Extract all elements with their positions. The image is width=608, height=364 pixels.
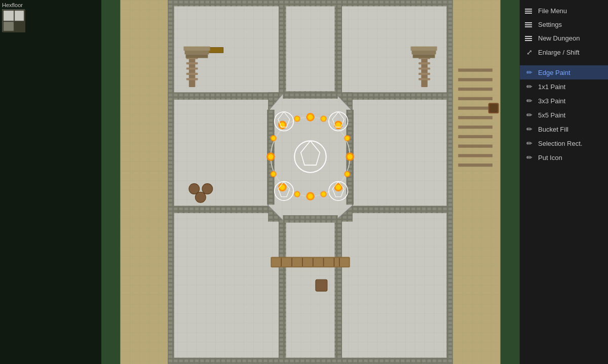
svg-rect-66: [458, 135, 492, 138]
new-dungeon-menu-item[interactable]: New Dungeon: [520, 31, 608, 45]
bucket-fill-menu-item[interactable]: Bucket Fill: [520, 122, 608, 136]
svg-rect-57: [412, 51, 436, 54]
svg-rect-63: [458, 106, 492, 109]
svg-point-100: [271, 172, 275, 176]
svg-rect-1: [4, 11, 14, 21]
svg-rect-67: [458, 145, 492, 148]
svg-rect-128: [236, 305, 262, 312]
svg-point-80: [308, 193, 313, 198]
svg-rect-114: [489, 104, 498, 112]
svg-rect-3: [15, 11, 24, 21]
left-panel: Hexfloor: [0, 0, 101, 364]
enlarge-shift-menu-item[interactable]: ⤢ Enlarge / Shift: [520, 45, 608, 59]
svg-rect-38: [283, 215, 337, 223]
file-menu-label: File Menu: [538, 7, 567, 15]
5x5-paint-menu-item[interactable]: 5x5 Paint: [520, 108, 608, 122]
svg-point-98: [295, 192, 299, 196]
svg-rect-19: [168, 357, 453, 364]
svg-rect-65: [458, 126, 492, 129]
svg-rect-54: [184, 51, 209, 54]
svg-point-96: [321, 192, 325, 196]
5x5-paint-label: 5x5 Paint: [538, 111, 565, 119]
1x1-paint-label: 1x1 Paint: [538, 83, 565, 91]
svg-point-102: [271, 136, 275, 140]
svg-point-88: [321, 116, 325, 120]
svg-rect-26: [279, 0, 286, 92]
svg-rect-58: [413, 54, 435, 58]
svg-rect-42: [186, 67, 198, 69]
svg-rect-127: [316, 279, 327, 291]
svg-point-92: [345, 136, 349, 140]
svg-point-84: [268, 154, 273, 159]
edge-paint-pencil-icon: [525, 68, 534, 76]
svg-rect-27: [279, 206, 286, 364]
file-menu-item[interactable]: File Menu: [520, 4, 608, 18]
3x3-paint-pencil-icon: [525, 97, 534, 105]
svg-point-72: [308, 114, 313, 119]
settings-hamburger-icon: [525, 22, 534, 27]
svg-rect-25: [337, 206, 453, 213]
right-panel: File Menu Settings New Dungeon ⤢ Enlarge…: [519, 0, 608, 364]
svg-rect-55: [186, 54, 208, 58]
svg-rect-49: [419, 73, 430, 75]
svg-point-117: [195, 192, 206, 203]
put-icon-label: Put Icon: [538, 154, 562, 161]
svg-rect-44: [186, 78, 198, 80]
svg-rect-59: [458, 68, 492, 71]
svg-point-78: [336, 185, 341, 190]
bucket-fill-pencil-icon: [525, 125, 534, 133]
svg-rect-64: [458, 116, 492, 119]
3x3-paint-label: 3x3 Paint: [538, 97, 565, 105]
enlarge-shift-label: Enlarge / Shift: [538, 49, 580, 56]
svg-rect-20: [168, 0, 174, 364]
svg-rect-50: [419, 78, 430, 80]
svg-rect-119: [272, 258, 349, 267]
svg-rect-60: [458, 78, 492, 81]
1x1-paint-pencil-icon: [525, 83, 534, 91]
svg-rect-18: [168, 0, 453, 7]
hamburger-icon: [525, 9, 534, 14]
settings-menu-item[interactable]: Settings: [520, 18, 608, 31]
svg-rect-53: [183, 47, 210, 51]
svg-rect-43: [186, 73, 198, 75]
bucket-fill-label: Bucket Fill: [538, 126, 568, 133]
svg-rect-24: [168, 206, 284, 213]
put-icon-menu-item[interactable]: Put Icon: [520, 150, 608, 165]
selection-rect-label: Selection Rect.: [538, 140, 582, 147]
svg-rect-28: [334, 0, 342, 92]
svg-rect-29: [334, 206, 342, 364]
svg-rect-47: [419, 62, 430, 64]
settings-label: Settings: [538, 21, 562, 28]
svg-point-94: [345, 172, 349, 176]
svg-rect-56: [410, 47, 437, 51]
selection-rect-menu-item[interactable]: Selection Rect.: [520, 136, 608, 150]
svg-point-76: [347, 154, 352, 159]
resize-icon: ⤢: [525, 48, 534, 56]
svg-rect-61: [458, 88, 492, 91]
app-title: Hexfloor: [2, 2, 23, 8]
new-dungeon-hamburger-icon: [525, 36, 534, 41]
hexfloor-thumbnail[interactable]: [2, 9, 25, 32]
svg-point-90: [295, 116, 299, 120]
svg-rect-48: [419, 67, 430, 69]
map-canvas[interactable]: [101, 0, 519, 364]
edge-paint-menu-item[interactable]: Edge Paint: [520, 65, 608, 79]
svg-rect-37: [283, 91, 337, 99]
map-area[interactable]: [101, 0, 519, 364]
selection-rect-pencil-icon: [525, 139, 534, 147]
svg-rect-69: [458, 164, 492, 167]
svg-rect-22: [168, 92, 284, 100]
svg-rect-41: [186, 62, 198, 64]
1x1-paint-menu-item[interactable]: 1x1 Paint: [520, 79, 608, 94]
svg-rect-2: [4, 22, 14, 31]
svg-rect-23: [337, 92, 453, 100]
svg-rect-129: [359, 305, 385, 312]
new-dungeon-label: New Dungeon: [538, 34, 580, 42]
menu-divider: [520, 59, 608, 65]
put-icon-pencil-icon: [525, 153, 534, 161]
svg-rect-62: [458, 97, 492, 100]
3x3-paint-menu-item[interactable]: 3x3 Paint: [520, 94, 608, 108]
svg-point-116: [202, 184, 213, 194]
5x5-paint-pencil-icon: [525, 111, 534, 119]
svg-rect-21: [446, 0, 453, 364]
